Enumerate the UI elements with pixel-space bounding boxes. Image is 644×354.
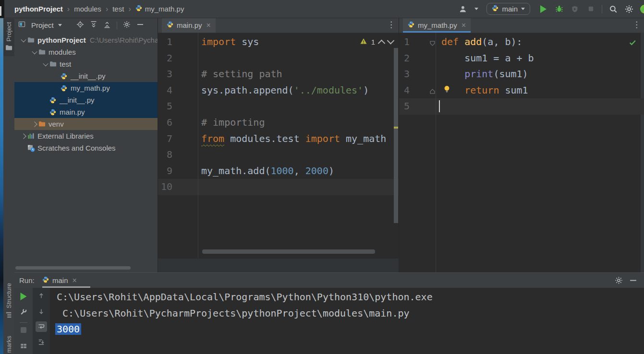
tree-row[interactable]: __init__.py xyxy=(14,70,158,82)
tree-row[interactable]: External Libraries xyxy=(14,130,158,142)
gear-icon[interactable] xyxy=(615,276,623,286)
code-token: def xyxy=(441,36,464,47)
sidebar-tab-structure[interactable]: Structure xyxy=(3,283,14,320)
tab-options-kebab-icon[interactable]: ⋮ xyxy=(632,20,641,29)
fold-end-icon[interactable] xyxy=(430,87,435,96)
next-problem-icon[interactable] xyxy=(387,37,395,45)
run-toolbar-primary xyxy=(14,288,33,354)
breadcrumb-item[interactable]: pythonProject xyxy=(14,5,63,13)
gear-icon[interactable] xyxy=(123,21,131,30)
chevron-down-icon[interactable] xyxy=(32,48,37,54)
inspection-widget[interactable]: 1 xyxy=(360,37,393,47)
pycharm-window: pythonProject›modules›test›my_math.py ma… xyxy=(0,0,644,354)
tab-my-math-py[interactable]: my_math.py × xyxy=(403,18,471,33)
run-tool-window: Run: main × xyxy=(14,272,644,354)
scroll-to-end-icon[interactable] xyxy=(38,339,45,348)
line-text: sys.path.append('../modules') xyxy=(201,83,369,99)
warning-stripe-mark[interactable] xyxy=(394,127,398,129)
tree-row[interactable]: main.py xyxy=(14,106,158,118)
close-icon[interactable]: × xyxy=(207,22,211,29)
run-configuration-label: main xyxy=(502,5,518,13)
chevron-right-icon[interactable] xyxy=(21,133,26,139)
code-token: import xyxy=(305,133,340,144)
breadcrumb-item[interactable]: modules xyxy=(74,5,101,13)
editor-body-left[interactable]: 1import sys23# setting path4sys.path.app… xyxy=(158,33,399,272)
project-dropdown-caret[interactable] xyxy=(58,24,62,26)
close-icon[interactable]: × xyxy=(462,22,466,29)
rerun-button[interactable] xyxy=(21,293,27,302)
expand-all-icon[interactable] xyxy=(90,21,97,30)
line-number: 8 xyxy=(158,147,172,163)
editor-body-right[interactable]: 1def add(a, b):2 sum1 = a + b3 print(sum… xyxy=(399,33,644,272)
search-icon[interactable] xyxy=(608,4,618,14)
collapse-all-icon[interactable] xyxy=(103,21,111,30)
tree-chevron-slot xyxy=(41,62,49,66)
line-number: 1 xyxy=(158,34,172,50)
tree-row[interactable]: Scratches and Consoles xyxy=(14,142,158,154)
user-dropdown-caret[interactable] xyxy=(474,8,478,10)
stop-icon[interactable] xyxy=(21,327,26,333)
tree-row[interactable]: modules xyxy=(14,46,158,58)
fold-region-icon[interactable] xyxy=(430,39,435,48)
bookmarks-tab-label: marks xyxy=(5,336,12,353)
avatar[interactable] xyxy=(640,5,644,13)
run-tab-main[interactable]: main × xyxy=(42,276,77,284)
coverage-icon[interactable] xyxy=(570,4,580,14)
run-configuration-selector[interactable]: main xyxy=(486,3,530,15)
down-stack-icon[interactable] xyxy=(38,308,45,317)
project-horizontal-scrollbar[interactable] xyxy=(15,266,131,270)
up-stack-icon[interactable] xyxy=(38,292,45,301)
toolbar-divider xyxy=(20,322,27,323)
intention-bulb-icon[interactable] xyxy=(443,85,450,95)
play-icon xyxy=(540,5,547,13)
close-icon[interactable]: × xyxy=(73,277,77,284)
prev-problem-icon[interactable] xyxy=(378,40,386,47)
header-divider xyxy=(117,22,117,29)
python-icon xyxy=(61,73,71,80)
layout-grid-icon[interactable] xyxy=(20,342,27,352)
line-number: 5 xyxy=(158,98,172,115)
sidebar-tab-bookmarks[interactable]: marks xyxy=(3,336,14,353)
hide-panel-icon[interactable] xyxy=(629,276,637,286)
line-text: def add(a, b): xyxy=(441,34,522,50)
breadcrumb-label: my_math.py xyxy=(145,5,184,13)
code-token xyxy=(441,68,464,80)
vertical-scrollbar[interactable] xyxy=(394,48,398,223)
chevron-down-icon[interactable] xyxy=(43,60,48,66)
toolbar-actions: main xyxy=(459,0,644,18)
code-line: 3# setting path xyxy=(158,66,399,83)
run-button[interactable] xyxy=(538,4,548,14)
breadcrumb-label: pythonProject xyxy=(14,5,63,13)
tree-row[interactable]: __init__.py xyxy=(14,94,158,106)
stop-icon[interactable] xyxy=(586,4,595,14)
check-icon[interactable] xyxy=(629,38,637,48)
tab-main-py[interactable]: main.py × xyxy=(162,18,216,33)
tree-row[interactable]: my_math.py xyxy=(14,82,158,94)
console-output[interactable]: C:\Users\Rohit\AppData\Local\Programs\Py… xyxy=(50,288,644,354)
locate-file-icon[interactable] xyxy=(76,21,84,30)
debug-button[interactable] xyxy=(554,4,564,14)
soft-wrap-icon[interactable] xyxy=(36,321,47,332)
python-logo-icon xyxy=(492,5,498,13)
breadcrumb-item[interactable]: test xyxy=(112,5,124,13)
console-line: 3000 xyxy=(50,321,644,338)
code-line: 6# importing xyxy=(158,115,399,131)
horizontal-scrollbar[interactable] xyxy=(202,249,375,254)
tab-options-kebab-icon[interactable]: ⋮ xyxy=(387,20,395,29)
hide-panel-icon[interactable] xyxy=(136,21,144,30)
tree-row[interactable]: pythonProjectC:\Users\Rohit\Pycha xyxy=(14,34,158,46)
wrench-icon[interactable] xyxy=(20,308,27,318)
tree-row[interactable]: test xyxy=(14,58,158,70)
chevron-right-icon[interactable] xyxy=(32,121,37,127)
project-panel-title[interactable]: Project xyxy=(31,21,54,29)
chevron-down-icon[interactable] xyxy=(21,36,26,42)
user-icon[interactable] xyxy=(459,4,468,14)
code-token: print xyxy=(464,68,493,80)
sidebar-tab-project[interactable]: Project xyxy=(3,19,14,56)
play-icon xyxy=(21,293,27,300)
line-number: 9 xyxy=(158,163,172,179)
tree-row[interactable]: venv xyxy=(14,118,158,130)
breadcrumb-item[interactable]: my_math.py xyxy=(135,5,184,13)
code-token: , xyxy=(294,165,305,177)
settings-gear-icon[interactable] xyxy=(624,4,634,14)
